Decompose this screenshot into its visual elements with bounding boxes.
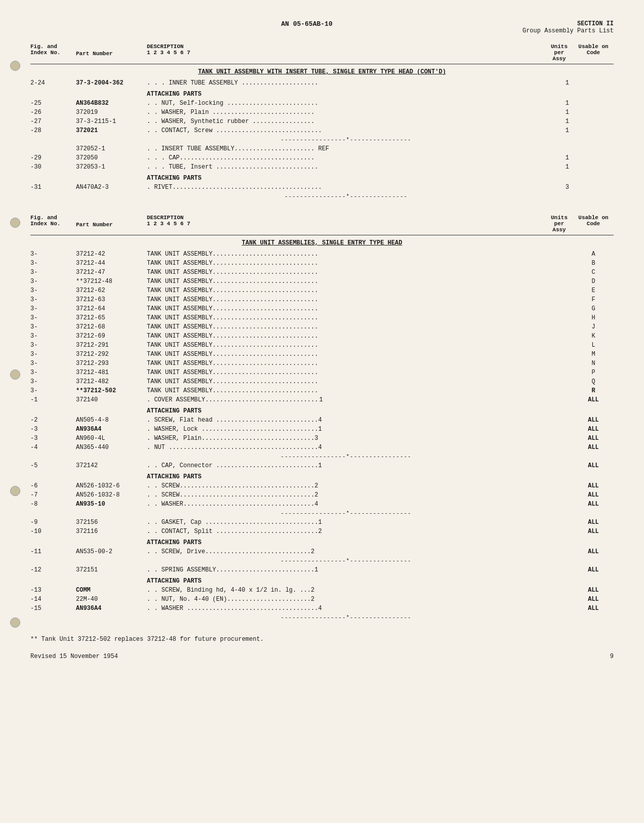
col-fig-header: Fig. and Index No. <box>30 44 76 62</box>
table-row: 3- 37212-292 TANK UNIT ASSEMBLY.........… <box>30 350 614 359</box>
divider: ----------------*--------------- <box>30 193 614 199</box>
col-part-header: Part Number <box>76 44 147 62</box>
table-row: -7 AN526-1032-8 . . SCREW...............… <box>30 490 614 500</box>
table-row: 3- 37212-47 TANK UNIT ASSEMBLY..........… <box>30 268 614 277</box>
table-row: 3- 37212-42 TANK UNIT ASSEMBLY..........… <box>30 250 614 259</box>
divider: -----------------*---------------- <box>30 558 614 564</box>
table-row: 3- **37212-48 TANK UNIT ASSEMBLY........… <box>30 277 614 286</box>
table-row: -15 AN936A4 . . WASHER .................… <box>30 604 614 613</box>
table-row: ATTACHING PARTS <box>30 472 614 481</box>
divider: -----------------*---------------- <box>30 137 614 143</box>
table1-section-title: TANK UNIT ASSEMBLY WITH INSERT TUBE, SIN… <box>30 68 614 75</box>
table-row: 3- 37212-65 TANK UNIT ASSEMBLY..........… <box>30 313 614 322</box>
table-row: 3- 37212-64 TANK UNIT ASSEMBLY..........… <box>30 304 614 313</box>
table-row: ATTACHING PARTS <box>30 538 614 547</box>
table-row: ATTACHING PARTS <box>30 90 614 99</box>
table-row: 3- 37212-44 TANK UNIT ASSEMBLY..........… <box>30 259 614 268</box>
table-row: 3- 37212-68 TANK UNIT ASSEMBLY..........… <box>30 322 614 332</box>
table-row: ATTACHING PARTS <box>30 406 614 416</box>
page-header: AN 05-65AB-10 SECTION II Group Assembly … <box>30 20 614 34</box>
binding-hole-3 <box>10 369 20 380</box>
table-row: 3- 37212-63 TANK UNIT ASSEMBLY..........… <box>30 295 614 304</box>
table1-header: Fig. and Index No. Part Number DESCRIPTI… <box>30 44 614 64</box>
table-row: -4 AN365-440 . NUT .....................… <box>30 443 614 452</box>
table-row: 3- 37212-62 TANK UNIT ASSEMBLY..........… <box>30 286 614 295</box>
table2: Fig. and Index No. Part Number DESCRIPTI… <box>30 215 614 621</box>
table-row: -30 372053-1 . . . TUBE, Insert ........… <box>30 162 614 172</box>
page-number: 9 <box>610 653 614 660</box>
table-row: -1 372140 . COVER ASSEMBLY..............… <box>30 395 614 404</box>
col-fig-header2: Fig. and Index No. <box>30 215 76 233</box>
section-subtitle: Group Assembly Parts List <box>522 27 614 34</box>
section-title: SECTION II <box>522 20 614 27</box>
binding-hole-4 <box>10 486 20 496</box>
revised-date: Revised 15 November 1954 <box>30 653 118 660</box>
binding-hole-5 <box>10 618 20 628</box>
table1: Fig. and Index No. Part Number DESCRIPTI… <box>30 44 614 199</box>
table-row: 372052-1 . . INSERT TUBE ASSEMBLY.......… <box>30 144 614 153</box>
divider: -----------------*---------------- <box>30 510 614 516</box>
table-row: -26 372019 . . WASHER, Plain ...........… <box>30 108 614 117</box>
binding-hole-2 <box>10 218 20 228</box>
table-row: 2-24 37-3-2004-362 . . . INNER TUBE ASSE… <box>30 78 614 88</box>
table-row: -29 372050 . . . CAP....................… <box>30 153 614 162</box>
divider: -----------------*---------------- <box>30 454 614 460</box>
col-units-header2: Units per Assy <box>545 215 573 233</box>
table-row: -14 22M-40 . . NUT, No. 4-40 (EN).......… <box>30 595 614 604</box>
table-row: -13 COMM . . SCREW, Binding hd, 4-40 x 1… <box>30 586 614 595</box>
table-row: -12 372151 . . SPRING ASSEMBLY..........… <box>30 565 614 574</box>
table-row: -27 37-3-2115-1 . . WASHER, Synthetic ru… <box>30 117 614 126</box>
table-row: -3 AN936A4 . WASHER, Lock ..............… <box>30 425 614 434</box>
col-desc-header2: DESCRIPTION 1 2 3 4 5 6 7 <box>147 215 545 233</box>
table-row: 3- 37212-481 TANK UNIT ASSEMBLY.........… <box>30 368 614 377</box>
binding-hole-1 <box>10 61 20 71</box>
table-row: ATTACHING PARTS <box>30 577 614 586</box>
table-row: 3- 37212-291 TANK UNIT ASSEMBLY.........… <box>30 341 614 350</box>
col-desc-header: DESCRIPTION 1 2 3 4 5 6 7 <box>147 44 545 62</box>
table-row: ATTACHING PARTS <box>30 174 614 183</box>
table2-header: Fig. and Index No. Part Number DESCRIPTI… <box>30 215 614 235</box>
footnote: ** Tank Unit 37212-502 replaces 37212-48… <box>30 636 614 643</box>
col-part-header2: Part Number <box>76 215 147 233</box>
doc-number: AN 05-65AB-10 <box>281 20 332 28</box>
divider: -----------------*---------------- <box>30 614 614 621</box>
table-row: -28 372021 . . CONTACT, Screw ..........… <box>30 126 614 135</box>
table-row: -10 372116 . . CONTACT, Split ..........… <box>30 527 614 536</box>
table-row: -2 AN505-4-8 . SCREW, Flat head ........… <box>30 416 614 425</box>
col-usable-header: Usable on Code <box>573 44 614 62</box>
table-row: -6 AN526-1032-6 . . SCREW...............… <box>30 481 614 490</box>
page-footer: Revised 15 November 1954 9 <box>30 653 614 660</box>
table-row: 3- 37212-293 TANK UNIT ASSEMBLY.........… <box>30 359 614 368</box>
table-row: -9 372156 . . GASKET, Cap ..............… <box>30 518 614 527</box>
table2-section-title: TANK UNIT ASSEMBLIES, SINGLE ENTRY TYPE … <box>30 239 614 246</box>
table-row: -25 AN364B832 . . NUT, Self-locking ....… <box>30 99 614 108</box>
col-units-header: Units per Assy <box>545 44 573 62</box>
col-usable-header2: Usable on Code <box>573 215 614 233</box>
table-row: -11 AN535-00-2 . . SCREW, Drive.........… <box>30 547 614 556</box>
table-row: -5 372142 . . CAP, Connector ...........… <box>30 461 614 470</box>
table-row: -31 AN470A2-3 . RIVET...................… <box>30 183 614 192</box>
table-row: 3- 37212-482 TANK UNIT ASSEMBLY.........… <box>30 377 614 386</box>
table-row: 3- 37212-69 TANK UNIT ASSEMBLY..........… <box>30 332 614 341</box>
table-row: 3- **37212-502 TANK UNIT ASSEMBLY.......… <box>30 386 614 395</box>
table-row: -8 AN935-10 . . WASHER..................… <box>30 500 614 509</box>
table-row: -3 AN960-4L . WASHER, Plain.............… <box>30 434 614 443</box>
